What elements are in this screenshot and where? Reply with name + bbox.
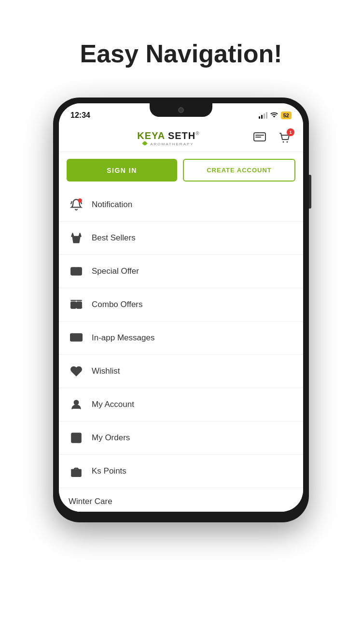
my-orders-label: My Orders xyxy=(92,433,130,443)
brand-seth: SETH xyxy=(168,130,195,141)
orders-icon xyxy=(69,430,84,446)
notification-icon xyxy=(69,197,84,212)
menu-item-special-offer[interactable]: SALE Special Offer xyxy=(59,255,303,288)
menu-item-best-sellers[interactable]: Best Sellers xyxy=(59,222,303,255)
menu-item-combo-offers[interactable]: SALESALE Combo Offers xyxy=(59,288,303,322)
special-offer-label: Special Offer xyxy=(92,266,139,276)
signal-icon xyxy=(259,112,267,119)
svg-rect-10 xyxy=(70,334,82,341)
battery-indicator: 52 xyxy=(281,112,292,119)
menu-item-inapp-messages[interactable]: In-app Messages xyxy=(59,322,303,355)
ks-points-label: Ks Points xyxy=(92,466,126,476)
phone-mockup: 12:34 52 KEYA SETH® xyxy=(53,98,309,522)
messages-icon xyxy=(69,330,84,346)
menu-item-notification[interactable]: Notification xyxy=(59,188,303,222)
camera-cutout xyxy=(178,107,184,113)
best-sellers-label: Best Sellers xyxy=(92,233,136,243)
bestsellers-icon xyxy=(69,230,84,246)
gift-icon xyxy=(69,463,84,479)
menu-item-ks-points[interactable]: Ks Points xyxy=(59,455,303,488)
header-icons: 1 xyxy=(251,129,293,147)
wishlist-label: Wishlist xyxy=(92,366,120,376)
svg-point-1 xyxy=(283,141,284,143)
svg-point-3 xyxy=(78,198,82,203)
menu-item-wishlist[interactable]: Wishlist xyxy=(59,355,303,388)
cart-button[interactable]: 1 xyxy=(276,129,293,147)
phone-screen: 12:34 52 KEYA SETH® xyxy=(59,103,303,512)
inapp-messages-label: In-app Messages xyxy=(92,333,154,343)
svg-point-11 xyxy=(74,401,79,405)
svg-text:SALE: SALE xyxy=(77,306,83,308)
combo-offers-label: Combo Offers xyxy=(92,300,143,309)
wishlist-icon xyxy=(69,364,84,379)
app-header: KEYA SETH® AROMATHERAPY xyxy=(59,125,303,152)
status-time: 12:34 xyxy=(70,111,90,120)
page-title: Easy Navigation! xyxy=(80,39,282,69)
wifi-icon xyxy=(270,112,278,120)
menu-item-my-account[interactable]: My Account xyxy=(59,388,303,421)
menu-item-my-orders[interactable]: My Orders xyxy=(59,421,303,455)
svg-point-2 xyxy=(287,141,288,143)
messages-button[interactable] xyxy=(251,129,268,147)
status-icons: 52 xyxy=(259,112,292,120)
winter-care-label: Winter Care xyxy=(69,497,112,506)
create-account-button[interactable]: CREATE ACCOUNT xyxy=(183,159,295,182)
my-account-label: My Account xyxy=(92,400,134,409)
specialoffer-icon: SALE xyxy=(69,264,84,279)
signin-button[interactable]: SIGN IN xyxy=(67,159,177,182)
brand-logo: KEYA SETH® AROMATHERAPY xyxy=(137,130,199,146)
svg-text:SALE: SALE xyxy=(73,273,81,276)
account-icon xyxy=(69,397,84,412)
notification-label: Notification xyxy=(92,200,132,210)
brand-name: KEYA SETH® xyxy=(137,130,199,141)
phone-notch xyxy=(150,103,212,117)
auth-buttons-container: SIGN IN CREATE ACCOUNT xyxy=(59,152,303,188)
brand-keya: KEYA xyxy=(137,130,165,141)
menu-list: Notification Best Sellers SALE Special O… xyxy=(59,188,303,512)
cart-badge: 1 xyxy=(287,128,294,136)
combooffer-icon: SALESALE xyxy=(69,297,84,312)
menu-item-winter-care[interactable]: Winter Care xyxy=(59,488,303,512)
brand-subtitle: AROMATHERAPY xyxy=(143,141,194,146)
